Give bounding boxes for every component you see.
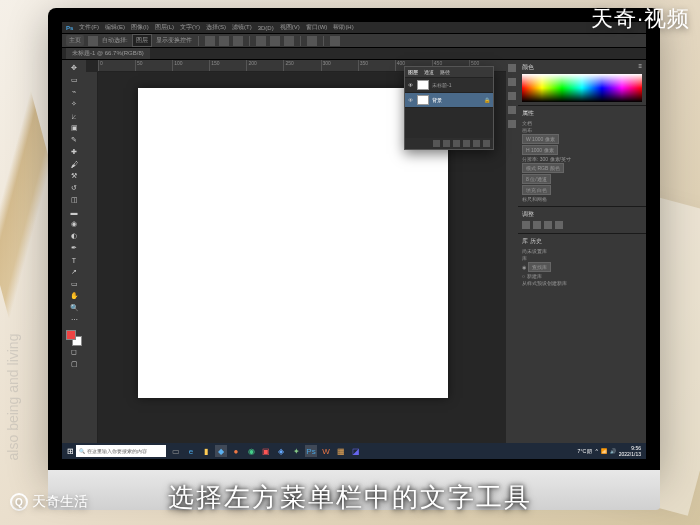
opt-show-transform[interactable]: 显示变换控件 — [156, 36, 192, 45]
libraries-title[interactable]: 库 历史 — [522, 237, 542, 246]
menu-file[interactable]: 文件(F) — [79, 23, 99, 32]
history-brush-tool[interactable]: ↺ — [69, 183, 79, 193]
fg-color-swatch[interactable] — [66, 330, 76, 340]
app-2-icon[interactable]: ● — [230, 445, 242, 457]
layer-name[interactable]: 未标题-1 — [432, 82, 451, 88]
path-tool[interactable]: ↗ — [69, 267, 79, 277]
eraser-tool[interactable]: ◫ — [69, 195, 79, 205]
lib-more[interactable]: 从样式预设创建新库 — [522, 280, 567, 286]
menu-filter[interactable]: 滤镜(T) — [232, 23, 252, 32]
delete-layer-icon[interactable] — [483, 140, 490, 147]
tray-chevron-icon[interactable]: ^ — [595, 448, 597, 454]
align-icon-2[interactable] — [219, 36, 229, 46]
properties-title[interactable]: 属性 — [522, 109, 534, 118]
layers-panel[interactable]: 图层 通道 路径 👁 未标题-1 👁 背景 🔒 — [404, 66, 494, 150]
bits-field[interactable]: 8 位/通道 — [522, 174, 551, 184]
app-1-icon[interactable]: ◆ — [215, 445, 227, 457]
strip-icon-5[interactable] — [508, 120, 516, 128]
menu-edit[interactable]: 编辑(E) — [105, 23, 125, 32]
new-group-icon[interactable] — [463, 140, 470, 147]
adj-icon[interactable] — [522, 221, 530, 229]
menu-window[interactable]: 窗口(W) — [306, 23, 328, 32]
start-button[interactable]: ⊞ — [64, 445, 76, 457]
strip-icon-1[interactable] — [508, 64, 516, 72]
dodge-tool[interactable]: ◐ — [69, 231, 79, 241]
visibility-icon[interactable]: 👁 — [408, 97, 414, 103]
strip-icon-4[interactable] — [508, 106, 516, 114]
home-button[interactable]: 主页 — [66, 35, 84, 46]
link-layers-icon[interactable] — [433, 140, 440, 147]
edit-toolbar[interactable]: ⋯ — [69, 315, 79, 325]
menu-image[interactable]: 图像(I) — [131, 23, 149, 32]
align-icon-4[interactable] — [256, 36, 266, 46]
move-tool[interactable]: ✥ — [69, 63, 79, 73]
menu-3d[interactable]: 3D(D) — [258, 25, 274, 31]
color-swatches[interactable] — [66, 330, 82, 346]
new-layer-icon[interactable] — [473, 140, 480, 147]
eyedropper-tool[interactable]: ✎ — [69, 135, 79, 145]
fill-field[interactable]: 填充 白色 — [522, 185, 551, 195]
align-icon-5[interactable] — [270, 36, 280, 46]
app-4-icon[interactable]: ◈ — [275, 445, 287, 457]
menu-help[interactable]: 帮助(H) — [333, 23, 353, 32]
stamp-tool[interactable]: ⚒ — [69, 171, 79, 181]
width-field[interactable]: W 1000 像素 — [522, 134, 559, 144]
explorer-icon[interactable]: ▮ — [200, 445, 212, 457]
document-tab[interactable]: 未标题-1 @ 66.7%(RGB/8) — [66, 48, 150, 59]
menu-type[interactable]: 文字(Y) — [180, 23, 200, 32]
wand-tool[interactable]: ✧ — [69, 99, 79, 109]
3d-mode-icon[interactable] — [330, 36, 340, 46]
weather-widget[interactable]: 7°C 阴 — [578, 448, 593, 454]
strip-icon-3[interactable] — [508, 92, 516, 100]
channels-tab[interactable]: 通道 — [424, 69, 434, 75]
panel-menu-icon[interactable]: ≡ — [638, 63, 642, 72]
layer-item[interactable]: 👁 未标题-1 — [405, 78, 493, 93]
shape-tool[interactable]: ▭ — [69, 279, 79, 289]
menu-view[interactable]: 视图(V) — [280, 23, 300, 32]
taskbar-search[interactable]: 🔍 在这里输入你要搜索的内容 — [76, 445, 166, 457]
quickmask-tool[interactable]: ◻ — [69, 347, 79, 357]
strip-icon-2[interactable] — [508, 78, 516, 86]
lib-find[interactable]: 查找库 — [528, 262, 551, 272]
app-7-icon[interactable]: ◪ — [350, 445, 362, 457]
frame-tool[interactable]: ▣ — [69, 123, 79, 133]
layer-mask-icon[interactable] — [453, 140, 460, 147]
edge-icon[interactable]: e — [185, 445, 197, 457]
canvas[interactable] — [138, 88, 448, 398]
layer-name[interactable]: 背景 — [432, 97, 442, 103]
adj-icon[interactable] — [533, 221, 541, 229]
paths-tab[interactable]: 路径 — [440, 69, 450, 75]
app-6-icon[interactable]: ▦ — [335, 445, 347, 457]
color-panel-title[interactable]: 颜色 — [522, 63, 534, 72]
zoom-tool[interactable]: 🔍 — [69, 303, 79, 313]
color-spectrum[interactable] — [522, 74, 642, 102]
app-3-icon[interactable]: ▣ — [260, 445, 272, 457]
healing-tool[interactable]: ✚ — [69, 147, 79, 157]
photoshop-taskbar-icon[interactable]: Ps — [305, 445, 317, 457]
menu-select[interactable]: 选择(S) — [206, 23, 226, 32]
tray-volume-icon[interactable]: 🔊 — [610, 448, 616, 454]
marquee-tool[interactable]: ▭ — [69, 75, 79, 85]
adjustments-title[interactable]: 调整 — [522, 210, 534, 219]
blur-tool[interactable]: ◉ — [69, 219, 79, 229]
adj-icon[interactable] — [555, 221, 563, 229]
hand-tool[interactable]: ✋ — [69, 291, 79, 301]
layer-item[interactable]: 👁 背景 🔒 — [405, 93, 493, 108]
screenmode-tool[interactable]: ▢ — [69, 359, 79, 369]
text-tool[interactable]: T — [69, 255, 79, 265]
opt-layer-dropdown[interactable]: 图层 — [132, 34, 152, 47]
layers-tab[interactable]: 图层 — [408, 69, 418, 75]
tray-clock[interactable]: 9:56 2022/1/13 — [619, 445, 641, 457]
height-field[interactable]: H 1000 像素 — [522, 145, 558, 155]
pen-tool[interactable]: ✒ — [69, 243, 79, 253]
align-icon-3[interactable] — [233, 36, 243, 46]
menu-layer[interactable]: 图层(L) — [155, 23, 174, 32]
brush-tool[interactable]: 🖌 — [69, 159, 79, 169]
mode-field[interactable]: 模式 RGB 颜色 — [522, 163, 564, 173]
visibility-icon[interactable]: 👁 — [408, 82, 414, 88]
lasso-tool[interactable]: ⌁ — [69, 87, 79, 97]
app-5-icon[interactable]: ✦ — [290, 445, 302, 457]
chrome-icon[interactable]: ◉ — [245, 445, 257, 457]
crop-tool[interactable]: ⟀ — [69, 111, 79, 121]
layer-fx-icon[interactable] — [443, 140, 450, 147]
